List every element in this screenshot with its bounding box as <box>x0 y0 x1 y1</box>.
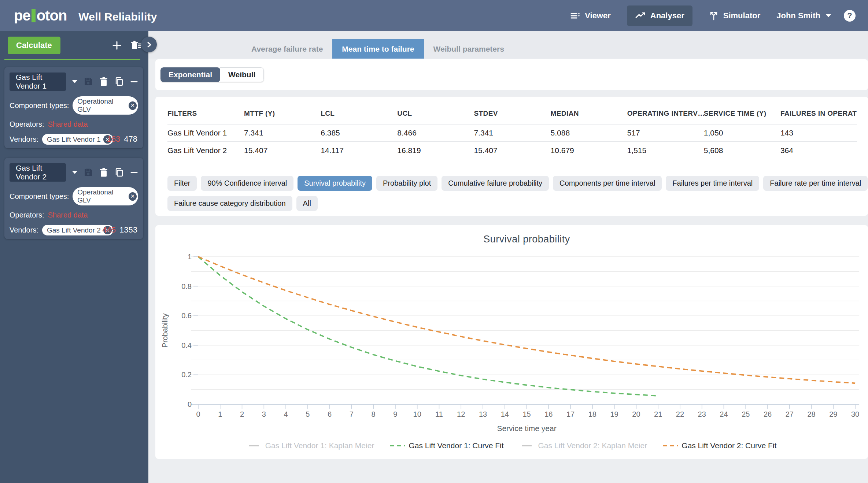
svg-text:10: 10 <box>413 410 421 418</box>
toggle-weibull[interactable]: Weibull <box>220 67 264 82</box>
button-components-per-time-interval[interactable]: Components per time interval <box>553 176 662 191</box>
nav-label-viewer: Viewer <box>585 11 611 21</box>
operators-value: Shared data <box>48 120 88 129</box>
sidebar-collapse-button[interactable] <box>141 37 157 52</box>
column-header[interactable]: MTTF (Y) <box>244 109 321 124</box>
table-row: Gas Lift Vendor 1 7.341 6.385 8.466 7.34… <box>167 125 857 142</box>
legend-label: Gas Lift Vendor 2: Kaplan Meier <box>538 441 647 450</box>
svg-text:7: 7 <box>350 410 354 418</box>
nav-label-simulator: Simulator <box>723 11 760 21</box>
legend-line-icon <box>520 444 535 447</box>
button-failure-rate-per-time-interval[interactable]: Failure rate per time interval <box>763 176 868 191</box>
failure-count: 445 <box>102 225 116 234</box>
column-header[interactable]: MEDIAN <box>551 109 627 124</box>
legend-line-icon <box>247 444 262 447</box>
svg-text:16: 16 <box>544 410 553 418</box>
svg-text:30: 30 <box>851 410 859 418</box>
user-name: John Smith <box>776 11 820 21</box>
component-types-label: Component types: <box>10 192 69 201</box>
app-title: Well Reliability <box>78 11 157 23</box>
button-survival-probability[interactable]: Survival probability <box>298 176 372 191</box>
trash-icon[interactable] <box>99 168 108 177</box>
result-tabs: Average failure rate Mean time to failur… <box>148 31 868 59</box>
button-failure-cause-category-distribution[interactable]: Failure cause category distribution <box>167 196 292 211</box>
filter-title-select[interactable]: Gas Lift Vendor 1 <box>10 73 66 91</box>
calculate-button[interactable]: Calculate <box>8 37 60 54</box>
vendors-label: Vendors: <box>10 135 38 144</box>
filter-card-vendor-2: Gas Lift Vendor 2 Component types: <box>4 158 143 239</box>
legend-item[interactable]: Gas Lift Vendor 1: Curve Fit <box>390 441 503 450</box>
logo-text-pre: pe <box>14 7 30 24</box>
nav-item-viewer[interactable]: Viewer <box>566 5 614 26</box>
vendor-chip: Gas Lift Vendor 1 ✕ <box>42 134 113 145</box>
user-menu[interactable]: John Smith <box>776 11 831 21</box>
button-filter[interactable]: Filter <box>167 176 197 191</box>
tab-average-failure-rate[interactable]: Average failure rate <box>242 39 332 59</box>
legend-item[interactable]: Gas Lift Vendor 2: Curve Fit <box>663 441 776 450</box>
main-content: Average failure rate Mean time to failur… <box>148 31 868 483</box>
column-header[interactable]: SERVICE TIME (Y) <box>704 109 780 124</box>
copy-icon[interactable] <box>114 77 124 86</box>
column-header[interactable]: STDEV <box>474 109 550 124</box>
legend-item[interactable]: Gas Lift Vendor 1: Kaplan Meier <box>247 441 374 450</box>
svg-text:14: 14 <box>501 410 509 418</box>
save-icon[interactable] <box>84 168 93 177</box>
legend-line-icon <box>390 444 405 447</box>
distribution-toggle: Exponential Weibull <box>160 67 264 82</box>
svg-text:17: 17 <box>566 410 575 418</box>
legend-item[interactable]: Gas Lift Vendor 2: Kaplan Meier <box>520 441 647 450</box>
chevron-down-icon[interactable] <box>72 171 77 174</box>
svg-text:0.2: 0.2 <box>181 371 192 379</box>
delete-all-icon[interactable] <box>130 40 142 51</box>
sidebar-divider <box>4 59 140 60</box>
trash-icon[interactable] <box>99 77 108 86</box>
chevron-down-icon <box>825 14 831 17</box>
nav-item-analyser[interactable]: Analyser <box>627 5 692 26</box>
remove-chip-icon[interactable]: ✕ <box>129 101 137 110</box>
button-failures-per-time-interval[interactable]: Failures per time interval <box>666 176 759 191</box>
distribution-toggle-panel: Exponential Weibull <box>155 59 868 90</box>
svg-text:0.4: 0.4 <box>181 341 192 349</box>
brand-area: peoton Well Reliability <box>14 7 157 24</box>
svg-text:19: 19 <box>610 410 618 418</box>
tab-weibull-parameters[interactable]: Weibull parameters <box>424 39 514 59</box>
toggle-exponential[interactable]: Exponential <box>160 67 220 82</box>
filters-sidebar: Calculate Gas Lift Vendor 1 <box>0 31 148 483</box>
copy-icon[interactable] <box>114 168 124 177</box>
svg-text:0: 0 <box>196 410 200 418</box>
column-header[interactable]: UCL <box>397 109 474 124</box>
peloton-logo: peoton <box>14 7 67 24</box>
svg-text:6: 6 <box>328 410 332 418</box>
help-button[interactable]: ? <box>844 10 856 22</box>
chevron-down-icon[interactable] <box>72 80 77 83</box>
filter-title-select[interactable]: Gas Lift Vendor 2 <box>10 163 66 182</box>
operators-label: Operators: <box>10 120 44 129</box>
svg-text:11: 11 <box>435 410 443 418</box>
column-header[interactable]: FAILURES IN OPERATI… <box>780 109 857 124</box>
button-confidence-interval[interactable]: 90% Confidence interval <box>201 176 293 191</box>
column-header[interactable]: OPERATING INTERV… <box>627 109 704 124</box>
remove-chip-icon[interactable]: ✕ <box>129 192 137 201</box>
svg-text:4: 4 <box>284 410 288 418</box>
svg-text:0.8: 0.8 <box>181 282 192 290</box>
svg-text:5: 5 <box>306 410 310 418</box>
tab-mean-time-to-failure[interactable]: Mean time to failure <box>332 39 424 59</box>
button-all[interactable]: All <box>296 196 318 211</box>
collapse-card-icon[interactable] <box>130 77 138 86</box>
table-header-row: FILTERS MTTF (Y) LCL UCL STDEV MEDIAN OP… <box>167 97 857 125</box>
operators-label: Operators: <box>10 211 44 219</box>
nav-item-simulator[interactable]: Simulator <box>705 5 764 26</box>
component-type-chip: Operational GLV ✕ <box>73 96 138 115</box>
legend-label: Gas Lift Vendor 1: Kaplan Meier <box>265 441 374 450</box>
button-cumulative-failure-probability[interactable]: Cumulative failure probability <box>442 176 549 191</box>
svg-text:24: 24 <box>720 410 728 418</box>
save-icon[interactable] <box>84 77 93 86</box>
svg-text:15: 15 <box>522 410 531 418</box>
button-probability-plot[interactable]: Probability plot <box>376 176 437 191</box>
collapse-card-icon[interactable] <box>130 168 138 177</box>
column-header[interactable]: FILTERS <box>167 109 244 124</box>
add-filter-icon[interactable] <box>112 40 122 51</box>
column-header[interactable]: LCL <box>321 109 397 124</box>
svg-text:2: 2 <box>240 410 244 418</box>
total-count: 478 <box>124 134 137 144</box>
